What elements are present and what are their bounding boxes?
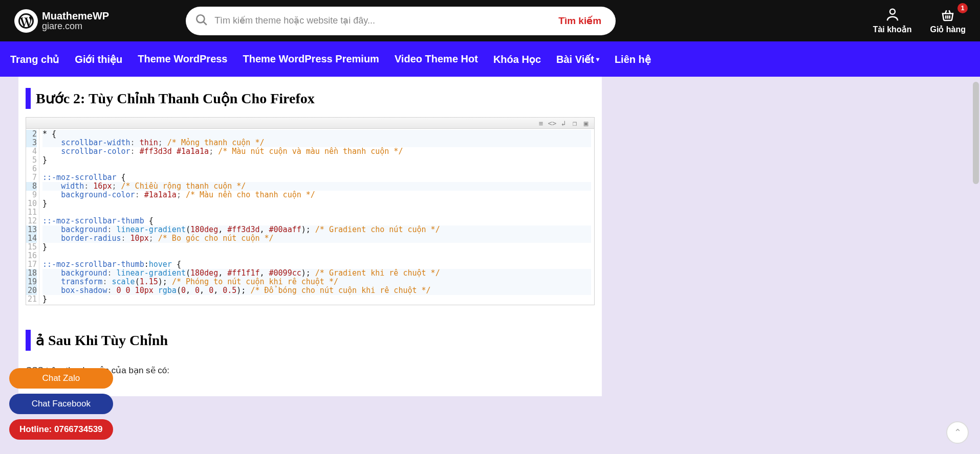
code-gutter: 23456789101112131415161718192021 <box>26 129 39 305</box>
scroll-top-button[interactable]: ⌃ <box>946 421 969 444</box>
step-title: Bước 2: Tùy Chỉnh Thanh Cuộn Cho Firefox <box>26 88 595 109</box>
toolbar-wrap-icon[interactable]: ↲ <box>558 119 569 127</box>
search-bar: Tìm kiếm <box>186 7 616 35</box>
cart-label: Giỏ hàng <box>930 25 966 34</box>
article-card: Bước 2: Tùy Chỉnh Thanh Cuộn Cho Firefox… <box>18 77 602 396</box>
cart-badge: 1 <box>957 3 968 13</box>
code-block: ≡ <> ↲ ❐ ▣ 23456789101112131415161718192… <box>26 117 595 305</box>
nav-trang-chu[interactable]: Trang chủ <box>10 53 59 65</box>
code-lines[interactable]: * { scrollbar-width: thin; /* Mỏng thanh… <box>39 129 594 305</box>
chat-facebook-button[interactable]: Chat Facebook <box>9 394 113 414</box>
code-toolbar: ≡ <> ↲ ❐ ▣ <box>26 118 594 129</box>
nav-bai-viet[interactable]: Bài Viết ▾ <box>556 53 599 65</box>
page-content: Bước 2: Tùy Chỉnh Thanh Cuộn Cho Firefox… <box>0 77 980 454</box>
search-input[interactable] <box>208 15 549 26</box>
svg-point-1 <box>197 15 204 22</box>
chat-zalo-button[interactable]: Chat Zalo <box>9 368 113 389</box>
basket-icon <box>940 7 955 22</box>
chevron-up-icon: ⌃ <box>954 427 962 438</box>
nav-theme-wp[interactable]: Theme WordPress <box>138 53 227 65</box>
nav-gioi-thieu[interactable]: Giới thiệu <box>75 53 122 65</box>
float-buttons: Chat Zalo Chat Facebook Hotline: 0766734… <box>9 368 113 440</box>
account-label: Tài khoản <box>873 25 912 34</box>
logo-text: MuathemeWP giare.com <box>42 10 109 32</box>
toolbar-copy-icon[interactable]: ❐ <box>570 119 580 127</box>
toolbar-toggle-lines-icon[interactable]: ≡ <box>536 119 546 127</box>
chevron-down-icon: ▾ <box>596 56 599 63</box>
nav-lien-he[interactable]: Liên hệ <box>615 53 651 65</box>
search-button[interactable]: Tìm kiếm <box>549 7 611 35</box>
vertical-scrollbar[interactable] <box>972 0 980 454</box>
svg-line-2 <box>203 21 207 25</box>
hotline-button[interactable]: Hotline: 0766734539 <box>9 419 113 440</box>
nav-khoa-hoc[interactable]: Khóa Học <box>493 53 541 65</box>
result-title: ả Sau Khi Tùy Chỉnh <box>26 330 595 351</box>
nav-theme-wp-premium[interactable]: Theme WordPress Premium <box>243 53 379 65</box>
toolbar-source-icon[interactable]: <> <box>547 119 557 127</box>
site-logo[interactable]: MuathemeWP giare.com <box>14 9 109 33</box>
wordpress-icon <box>14 9 38 33</box>
top-icons: Tài khoản 1 Giỏ hàng <box>873 7 966 34</box>
main-nav: Trang chủ Giới thiệu Theme WordPress The… <box>0 41 980 77</box>
search-icon <box>195 13 208 29</box>
svg-point-3 <box>890 9 895 14</box>
cart-link[interactable]: 1 Giỏ hàng <box>930 7 966 34</box>
toolbar-popup-icon[interactable]: ▣ <box>581 119 591 127</box>
account-link[interactable]: Tài khoản <box>873 7 912 34</box>
nav-video-hot[interactable]: Video Theme Hot <box>395 53 478 65</box>
topbar: MuathemeWP giare.com Tìm kiếm Tài khoản … <box>0 0 980 41</box>
user-icon <box>885 7 900 22</box>
